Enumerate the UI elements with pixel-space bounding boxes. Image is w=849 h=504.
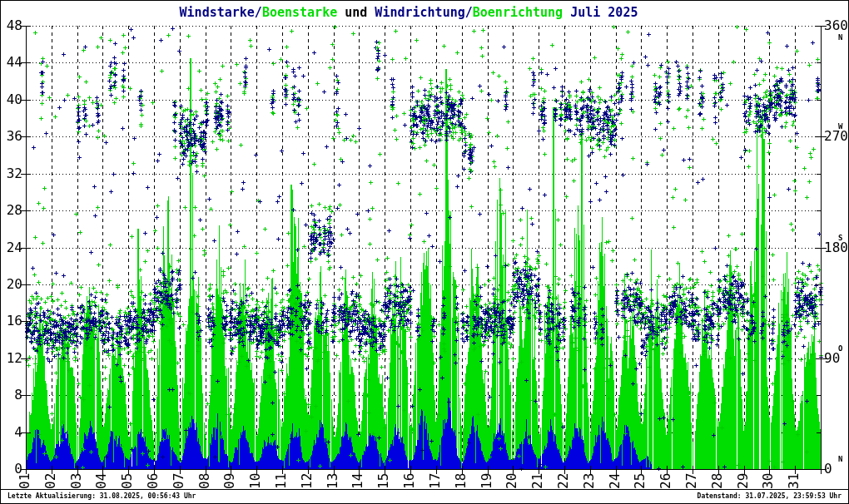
x-day-tick-label: 10	[249, 473, 262, 489]
x-day-tick-label: 16	[403, 473, 416, 489]
x-day-tick-label: 30	[762, 473, 775, 489]
y-left-tick-label: 40	[1, 92, 22, 107]
x-day-tick-label: 02	[44, 473, 57, 489]
x-day-tick-label: 26	[659, 473, 673, 489]
y-left-tick-label: 32	[1, 166, 22, 181]
x-day-tick-label: 11	[275, 473, 288, 489]
y-left-tick-label: 44	[1, 55, 22, 70]
y-left-tick-label: 16	[1, 314, 22, 329]
y-left-tick-label: 36	[1, 129, 22, 144]
y-left-tick-label: 12	[1, 351, 22, 366]
x-day-tick-label: 20	[505, 473, 519, 489]
wind-chart-canvas	[1, 1, 849, 504]
x-day-tick-label: 28	[711, 473, 724, 489]
x-day-tick-label: 25	[633, 473, 647, 489]
y-left-tick-label: 24	[1, 240, 22, 255]
title-windstarke: Windstarke/	[180, 5, 262, 20]
x-day-tick-label: 19	[480, 473, 494, 489]
x-day-tick-label: 01	[18, 473, 32, 489]
chart-title: Windstarke/Boenstarke und Windrichtung/B…	[1, 5, 817, 20]
x-day-tick-label: 03	[70, 473, 83, 489]
data-status-text: Datenstand: 31.07.2025, 23:59:53 Uhr	[698, 492, 842, 500]
y-right-tick-label: 270	[824, 129, 848, 144]
compass-letter: O	[838, 344, 842, 353]
x-day-tick-label: 09	[223, 473, 236, 489]
title-boenstarke: Boenstarke	[262, 5, 337, 20]
x-day-tick-label: 17	[429, 473, 442, 489]
x-day-tick-label: 31	[787, 473, 801, 489]
x-day-tick-label: 07	[172, 473, 186, 489]
title-windrichtung: Windrichtung/	[375, 5, 472, 20]
title-boenrichtung: Boenrichtung	[473, 5, 563, 20]
y-left-tick-label: 4	[1, 425, 22, 440]
x-day-tick-label: 18	[454, 473, 468, 489]
x-day-tick-label: 29	[737, 473, 750, 489]
x-day-tick-label: 08	[198, 473, 211, 489]
y-right-tick-label: 0	[824, 462, 832, 477]
x-day-tick-label: 13	[326, 473, 340, 489]
compass-letter: S	[838, 234, 842, 242]
y-right-tick-label: 180	[824, 240, 848, 255]
x-day-tick-label: 24	[608, 473, 622, 489]
y-left-tick-label: 8	[1, 388, 22, 403]
x-day-tick-label: 12	[300, 473, 314, 489]
y-right-tick-label: 90	[824, 351, 840, 366]
title-monat: Juli 2025	[563, 5, 638, 20]
x-day-tick-label: 04	[95, 473, 108, 489]
y-left-tick-label: 48	[1, 18, 22, 33]
x-day-tick-label: 14	[351, 473, 365, 489]
y-left-tick-label: 20	[1, 277, 22, 292]
y-right-tick-label: 360	[824, 18, 848, 33]
x-day-tick-label: 27	[685, 473, 698, 489]
y-left-tick-label: 28	[1, 203, 22, 218]
compass-letter: N	[838, 455, 842, 463]
x-day-tick-label: 06	[146, 473, 160, 489]
x-day-tick-label: 22	[557, 473, 570, 489]
title-und: und	[337, 5, 375, 20]
x-day-tick-label: 23	[583, 473, 596, 489]
x-day-tick-label: 15	[377, 473, 390, 489]
last-update-text: Letzte Aktualisierung: 31.08.2025, 00:56…	[7, 492, 196, 500]
x-day-tick-label: 21	[531, 473, 544, 489]
wind-chart: Windstarke/Boenstarke und Windrichtung/B…	[0, 0, 849, 504]
footer-separator	[1, 489, 849, 490]
compass-letter: W	[838, 122, 842, 131]
compass-letter: N	[838, 33, 842, 42]
x-day-tick-label: 05	[121, 473, 134, 489]
